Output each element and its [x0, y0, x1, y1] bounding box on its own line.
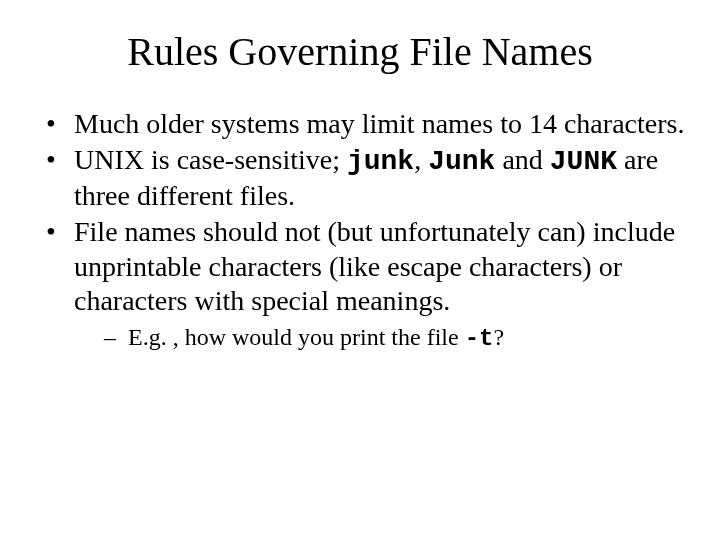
sub-bullet-list: E.g. , how would you print the file -t?: [104, 322, 690, 354]
sub-1-pre: E.g. , how would you print the file: [128, 324, 465, 350]
bullet-item-3: File names should not (but unfortunately…: [40, 215, 690, 353]
bullet-1-text: Much older systems may limit names to 14…: [74, 108, 684, 139]
bullet-2-sep1: ,: [414, 144, 428, 175]
sub-bullet-item-1: E.g. , how would you print the file -t?: [104, 322, 690, 354]
code-dash-t: -t: [465, 325, 494, 352]
slide: Rules Governing File Names Much older sy…: [0, 0, 720, 540]
code-junk-lower: junk: [347, 146, 414, 177]
slide-title: Rules Governing File Names: [30, 28, 690, 75]
bullet-item-1: Much older systems may limit names to 14…: [40, 107, 690, 141]
bullet-list: Much older systems may limit names to 14…: [40, 107, 690, 354]
bullet-2-mid: and: [495, 144, 549, 175]
bullet-item-2: UNIX is case-sensitive; junk, Junk and J…: [40, 143, 690, 213]
sub-1-post: ?: [493, 324, 504, 350]
bullet-2-pre: UNIX is case-sensitive;: [74, 144, 347, 175]
bullet-3-text: File names should not (but unfortunately…: [74, 216, 675, 315]
code-junk-upper: JUNK: [550, 146, 617, 177]
code-junk-title: Junk: [428, 146, 495, 177]
